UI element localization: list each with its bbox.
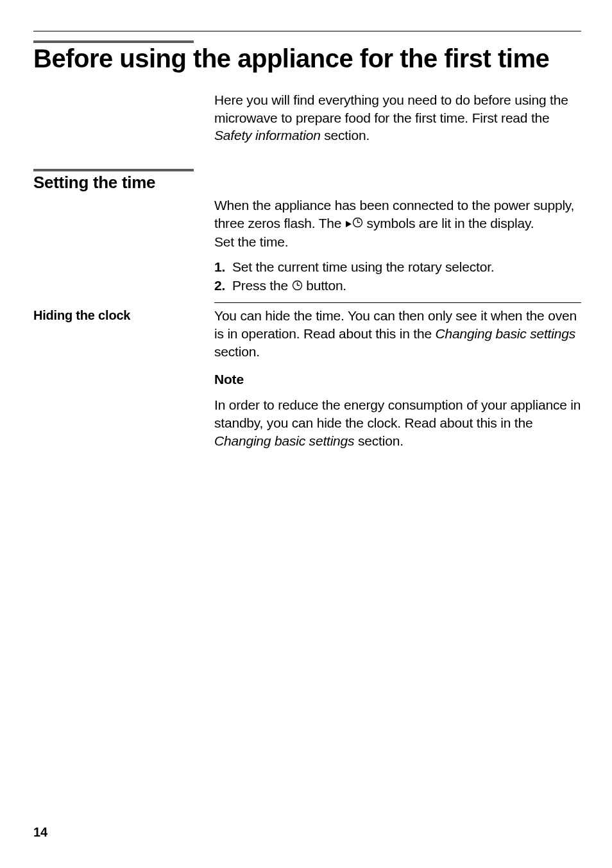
s2-p1b: Changing basic settings	[436, 326, 575, 341]
note-c: section.	[354, 433, 403, 448]
triangle-right-icon	[345, 214, 352, 232]
page-number: 14	[33, 825, 47, 840]
steps-list: 1. Set the current time using the rotary…	[214, 257, 581, 297]
clock-icon	[292, 277, 303, 295]
step-text-2b: button.	[303, 278, 346, 293]
steps-bottom-rule	[214, 302, 581, 307]
intro-text-italic: Safety information	[214, 128, 321, 143]
step-text-2a: Press the	[232, 278, 292, 293]
step-num-1: 1.	[214, 257, 228, 276]
note-a: In order to reduce the energy consumptio…	[214, 397, 581, 430]
intro-text-a: Here you will find everything you need t…	[214, 92, 568, 125]
section-bar	[33, 40, 194, 43]
top-rule	[33, 31, 581, 31]
s2-p1c: section.	[214, 344, 260, 359]
note-b: Changing basic settings	[214, 433, 354, 448]
list-item: 2. Press the button.	[214, 276, 581, 296]
hiding-clock-label: Hiding the clock	[33, 307, 214, 449]
s1-p1b: symbols are lit in the display.	[363, 216, 534, 230]
intro-paragraph: Here you will find everything you need t…	[214, 91, 581, 144]
step-text-1: Set the current time using the rotary se…	[232, 257, 494, 276]
section2-body: You can hide the time. You can then only…	[214, 307, 581, 449]
note-heading: Note	[214, 370, 581, 388]
step-num-2: 2.	[214, 276, 228, 295]
section1-body: When the appliance has been connected to…	[214, 196, 581, 307]
clock-icon	[352, 214, 363, 232]
list-item: 1. Set the current time using the rotary…	[214, 257, 581, 276]
intro-text-c: section.	[321, 128, 370, 143]
svg-marker-0	[346, 221, 352, 227]
s1-p2: Set the time.	[214, 233, 581, 251]
content-columns: Setting the time When the appliance has …	[33, 169, 581, 449]
page-title: Before using the appliance for the first…	[33, 44, 581, 73]
section-bar-2	[33, 169, 194, 171]
left-empty	[33, 196, 214, 307]
section-heading: Setting the time	[33, 173, 581, 193]
